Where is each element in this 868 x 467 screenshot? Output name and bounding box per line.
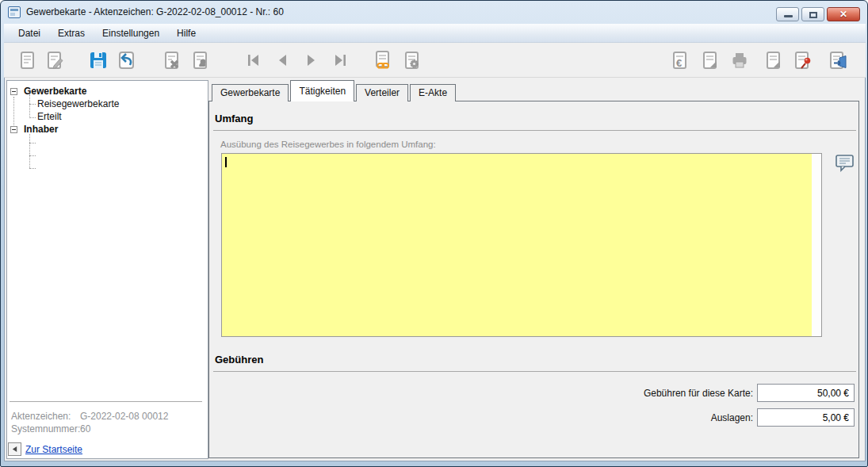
textarea-scrollbar-track[interactable] (812, 154, 821, 336)
tree-item-inhaber[interactable]: Inhaber (24, 124, 58, 135)
edit-document-icon[interactable] (44, 49, 66, 71)
print-icon[interactable] (728, 49, 751, 71)
umfang-heading: Umfang (215, 113, 253, 124)
umfang-textarea[interactable] (221, 153, 822, 337)
tree-collapse-inhaber-icon[interactable] (10, 126, 17, 133)
zur-startseite-link[interactable]: Zur Startseite (25, 444, 82, 455)
tree-connector (29, 104, 36, 105)
document-note-2-icon[interactable] (763, 49, 785, 71)
app-window: Gewerbekarte - Aktenzeichen: G-2022-02-0… (0, 0, 868, 467)
minimize-icon (784, 15, 793, 17)
tree-item-reisegewerbekarte[interactable]: Reisegewerbekarte (37, 98, 119, 109)
gebuehren-divider (213, 371, 856, 372)
tree-connector (29, 143, 36, 144)
save-icon[interactable] (87, 49, 109, 71)
tree-connector (29, 168, 36, 169)
tab-gewerbekarte[interactable]: Gewerbekarte (212, 84, 289, 101)
tab-verteiler[interactable]: Verteiler (356, 84, 408, 101)
delete-document-icon[interactable] (161, 49, 183, 71)
maximize-button[interactable] (801, 7, 824, 21)
window-controls: ✕ (776, 7, 860, 21)
undo-icon[interactable] (116, 49, 138, 71)
document-stamp-icon[interactable] (401, 49, 423, 71)
document-pin-icon[interactable] (792, 49, 814, 71)
app-icon (8, 6, 21, 18)
document-note-icon[interactable] (699, 49, 721, 71)
minimize-button[interactable] (776, 7, 799, 21)
tab-panel-taetigkeiten: Umfang Ausübung des Reisegewerbes in fol… (208, 101, 859, 458)
nav-next-icon[interactable] (300, 49, 323, 71)
menu-item-einstellungen[interactable]: Einstellungen (98, 25, 164, 41)
tree-connector (29, 94, 30, 118)
auslagen-input[interactable] (757, 408, 855, 427)
menu-bar: Datei Extras Einstellungen Hilfe (4, 24, 866, 43)
systemnummer-label: Systemnummer: (11, 423, 80, 434)
document-exit-icon[interactable] (827, 49, 849, 71)
text-cursor (225, 157, 227, 167)
comment-bubble-icon[interactable] (835, 154, 855, 173)
tab-taetigkeiten[interactable]: Tätigkeiten (290, 80, 354, 101)
tab-e-akte[interactable]: E-Akte (410, 84, 456, 101)
close-icon: ✕ (828, 9, 859, 20)
gebuehren-heading: Gebühren (215, 354, 263, 366)
systemnummer-value: 60 (80, 423, 90, 434)
tree-connector (29, 117, 36, 118)
tree-connector (29, 155, 36, 156)
svg-text:€: € (676, 57, 682, 69)
tree-collapse-gewerbekarte-icon[interactable] (10, 88, 17, 95)
tree-panel (6, 80, 208, 459)
tree-connector (29, 134, 30, 168)
auslagen-label: Auslagen: (478, 412, 753, 423)
title-bar: Gewerbekarte - Aktenzeichen: G-2022-02-0… (1, 1, 867, 24)
new-document-icon[interactable] (17, 49, 39, 71)
maximize-icon (809, 12, 817, 18)
menu-item-extras[interactable]: Extras (53, 25, 90, 41)
menu-item-hilfe[interactable]: Hilfe (172, 25, 201, 41)
nav-last-icon[interactable] (330, 49, 352, 71)
menu-item-datei[interactable]: Datei (13, 25, 45, 41)
document-bell-icon[interactable] (189, 49, 212, 71)
toolbar: € (4, 43, 866, 78)
window-title: Gewerbekarte - Aktenzeichen: G-2022-02-0… (26, 6, 284, 17)
karte-fee-label: Gebühren für diese Karte: (478, 388, 753, 399)
karte-fee-input[interactable] (757, 384, 855, 402)
tree-item-erteilt[interactable]: Erteilt (37, 111, 62, 122)
document-link-icon[interactable] (372, 49, 394, 71)
tree-item-gewerbekarte[interactable]: Gewerbekarte (24, 86, 86, 97)
close-button[interactable]: ✕ (827, 7, 860, 21)
aktenzeichen-label: Aktenzeichen: (11, 411, 71, 422)
tree-connector (13, 97, 14, 127)
back-arrow-icon (11, 446, 18, 453)
umfang-divider (213, 130, 856, 131)
umfang-field-label: Ausübung des Reisegewerbes in folgendem … (220, 140, 436, 149)
nav-previous-icon[interactable] (271, 49, 293, 71)
status-separator (10, 401, 202, 402)
nav-first-icon[interactable] (242, 49, 264, 71)
tab-strip: Gewerbekarte Tätigkeiten Verteiler E-Akt… (212, 80, 457, 101)
aktenzeichen-value: G-2022-02-08 00012 (80, 411, 168, 422)
document-euro-icon[interactable]: € (669, 49, 691, 71)
back-button[interactable] (8, 442, 21, 456)
